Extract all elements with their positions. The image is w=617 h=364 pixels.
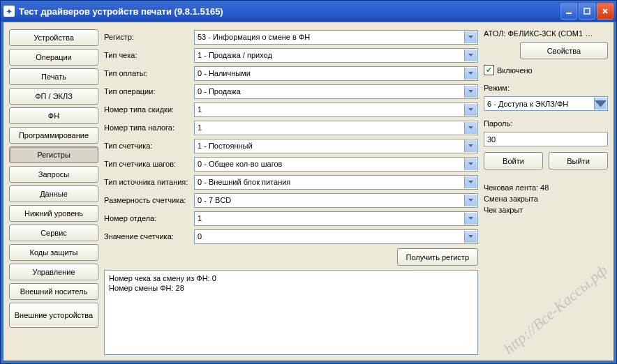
svg-marker-4 xyxy=(468,36,473,38)
mode-select[interactable]: 6 - Доступа к ЭКЛЗ/ФН xyxy=(484,96,608,111)
device-name: АТОЛ: ФЕЛИКС-3СК (COM1 … xyxy=(484,29,608,38)
chevron-down-icon xyxy=(464,176,477,188)
form-row-3: Тип операции:0 - Продажа xyxy=(104,84,478,99)
sidebar-item-10[interactable]: Сервис xyxy=(9,225,98,241)
center-panel: Регистр:53 - Информация о смене в ФНТип … xyxy=(104,29,478,355)
svg-rect-0 xyxy=(566,13,572,14)
form-select-2[interactable]: 0 - Наличными xyxy=(194,66,478,81)
form-select-8[interactable]: 0 - Внешний блок питания xyxy=(194,175,478,190)
chevron-down-icon xyxy=(594,98,607,109)
sidebar-item-1[interactable]: Операции xyxy=(9,49,98,66)
form-select-5[interactable]: 1 xyxy=(194,121,478,135)
sidebar: УстройстваОперацииПечатьФП / ЭКЛЗФНПрогр… xyxy=(9,29,98,355)
form-select-3[interactable]: 0 - Продажа xyxy=(194,84,478,99)
chevron-down-icon xyxy=(464,195,477,206)
form-select-6[interactable]: 1 - Постоянный xyxy=(194,139,478,153)
logout-button[interactable]: Выйти xyxy=(549,152,608,169)
log-output[interactable]: Номер чека за смену из ФН: 0 Номер смены… xyxy=(104,270,478,355)
form-label: Тип чека: xyxy=(104,51,194,59)
svg-marker-16 xyxy=(595,100,607,107)
svg-marker-7 xyxy=(468,90,473,93)
svg-marker-14 xyxy=(468,217,473,220)
form-row-10: Номер отдела:1 xyxy=(104,211,478,226)
form-row-6: Тип счетчика:1 - Постоянный xyxy=(104,138,478,153)
form-value: 1 - Продажа / приход xyxy=(198,51,272,59)
chevron-down-icon xyxy=(464,50,477,61)
svg-marker-6 xyxy=(468,72,473,75)
form-label: Тип оплаты: xyxy=(104,69,194,77)
svg-marker-10 xyxy=(468,144,473,147)
sidebar-item-3[interactable]: ФП / ЭКЛЗ xyxy=(9,88,98,105)
form-label: Номер отдела: xyxy=(104,214,194,222)
form-value: 0 - Общее кол-во шагов xyxy=(198,160,282,168)
password-input[interactable]: 30 xyxy=(484,132,608,146)
status-line-0: Чековая лента: 48 xyxy=(484,182,608,193)
form-label: Тип операции: xyxy=(104,87,194,96)
form-select-0[interactable]: 53 - Информация о смене в ФН xyxy=(194,30,478,45)
sidebar-item-7[interactable]: Запросы xyxy=(9,166,98,183)
close-button[interactable] xyxy=(597,3,614,20)
form-select-11[interactable]: 0 xyxy=(194,229,478,244)
form-select-1[interactable]: 1 - Продажа / приход xyxy=(194,48,478,63)
svg-marker-5 xyxy=(468,54,473,56)
checkbox-icon: ✔ xyxy=(484,65,494,75)
form-select-10[interactable]: 1 xyxy=(194,211,478,226)
chevron-down-icon xyxy=(464,140,477,152)
properties-button[interactable]: Свойства xyxy=(520,42,608,59)
chevron-down-icon xyxy=(464,231,477,243)
titlebar: ✦ Тест драйверов устройств печати (9.8.1… xyxy=(1,1,616,22)
enabled-checkbox[interactable]: ✔ Включено xyxy=(484,65,608,75)
sidebar-item-6[interactable]: Регистры xyxy=(9,146,98,163)
form-row-7: Тип счетчика шагов:0 - Общее кол-во шаго… xyxy=(104,156,478,172)
minimize-button[interactable] xyxy=(560,3,577,20)
form-select-9[interactable]: 0 - 7 BCD xyxy=(194,193,478,208)
form: Регистр:53 - Информация о смене в ФНТип … xyxy=(104,29,478,244)
sidebar-item-4[interactable]: ФН xyxy=(9,107,98,124)
sidebar-item-12[interactable]: Управление xyxy=(9,264,98,280)
get-register-button[interactable]: Получить регистр xyxy=(397,248,478,266)
status-line-2: Чек закрыт xyxy=(484,204,608,215)
sidebar-item-14[interactable]: Внешние усторойства xyxy=(9,303,98,328)
sidebar-item-8[interactable]: Данные xyxy=(9,185,98,202)
form-value: 1 xyxy=(198,214,202,222)
form-label: Тип счетчика: xyxy=(104,142,194,150)
sidebar-item-11[interactable]: Коды защиты xyxy=(9,244,98,261)
password-label: Пароль: xyxy=(484,119,608,128)
svg-marker-13 xyxy=(468,199,473,202)
form-row-11: Значение счетчика:0 xyxy=(104,229,478,244)
sidebar-item-13[interactable]: Внешний носитель xyxy=(9,283,98,300)
sidebar-item-5[interactable]: Программирование xyxy=(9,127,98,144)
svg-marker-12 xyxy=(468,181,473,183)
form-label: Регистр: xyxy=(104,33,194,41)
mode-label: Режим: xyxy=(484,84,608,92)
password-value: 30 xyxy=(487,135,496,144)
form-label: Значение счетчика: xyxy=(104,232,194,241)
form-value: 0 - Наличными xyxy=(198,69,251,77)
form-select-7[interactable]: 0 - Общее кол-во шагов xyxy=(194,157,478,172)
mode-value: 6 - Доступа к ЭКЛЗ/ФН xyxy=(487,100,568,108)
form-row-2: Тип оплаты:0 - Наличными xyxy=(104,66,478,81)
form-select-4[interactable]: 1 xyxy=(194,103,478,117)
status-block: Чековая лента: 48Смена закрытаЧек закрыт xyxy=(484,182,608,215)
form-label: Тип источника питания: xyxy=(104,178,194,186)
maximize-button[interactable] xyxy=(579,3,595,20)
sidebar-item-0[interactable]: Устройства xyxy=(9,29,98,46)
form-row-0: Регистр:53 - Информация о смене в ФН xyxy=(104,29,478,45)
svg-marker-9 xyxy=(468,126,473,129)
form-value: 1 - Постоянный xyxy=(198,142,253,150)
svg-marker-8 xyxy=(468,108,473,111)
sidebar-item-9[interactable]: Нижний уровень xyxy=(9,205,98,222)
form-label: Размерность счетчика: xyxy=(104,196,194,204)
form-value: 1 xyxy=(198,105,202,114)
chevron-down-icon xyxy=(464,31,477,43)
app-icon: ✦ xyxy=(3,6,15,17)
form-value: 53 - Информация о смене в ФН xyxy=(198,33,310,41)
window-title: Тест драйверов устройств печати (9.8.1.5… xyxy=(19,6,223,17)
status-line-1: Смена закрыта xyxy=(484,193,608,204)
svg-marker-15 xyxy=(468,235,473,238)
app-window: ✦ Тест драйверов устройств печати (9.8.1… xyxy=(0,0,617,364)
login-button[interactable]: Войти xyxy=(484,152,543,169)
sidebar-item-2[interactable]: Печать xyxy=(9,68,98,85)
svg-marker-11 xyxy=(468,162,473,165)
form-value: 0 - 7 BCD xyxy=(198,196,231,204)
